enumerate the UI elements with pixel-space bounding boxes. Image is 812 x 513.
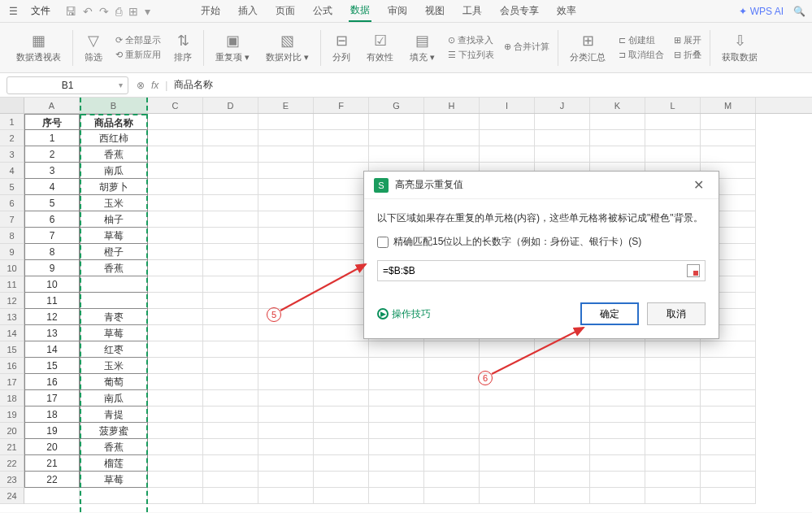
- cell[interactable]: [480, 114, 535, 130]
- consolidate-button[interactable]: ⊕合并计算: [504, 41, 549, 53]
- cell[interactable]: [148, 228, 203, 244]
- cell[interactable]: [314, 228, 369, 244]
- undo-icon[interactable]: ↶: [83, 5, 93, 18]
- cell[interactable]: [480, 341, 535, 358]
- cell[interactable]: [480, 358, 535, 374]
- cell[interactable]: [701, 358, 756, 374]
- cell[interactable]: [369, 439, 424, 455]
- row-header[interactable]: 14: [0, 325, 24, 341]
- cell[interactable]: [148, 341, 203, 358]
- cell[interactable]: [203, 163, 258, 179]
- cell[interactable]: [590, 488, 645, 504]
- cell[interactable]: [258, 472, 314, 488]
- cell[interactable]: [645, 439, 701, 455]
- cell[interactable]: 16: [24, 374, 80, 390]
- cell[interactable]: [203, 341, 258, 358]
- cell[interactable]: [535, 472, 590, 488]
- row-header[interactable]: 2: [0, 130, 24, 146]
- tab-start[interactable]: 开始: [199, 1, 222, 21]
- close-button[interactable]: ✕: [688, 176, 709, 194]
- row-header[interactable]: 23: [0, 472, 24, 488]
- chevron-down-icon[interactable]: ▾: [119, 80, 123, 89]
- tab-view[interactable]: 视图: [423, 1, 446, 21]
- cell[interactable]: [314, 472, 369, 488]
- ok-button[interactable]: 确定: [580, 302, 639, 325]
- cell[interactable]: [258, 488, 314, 504]
- row-header[interactable]: 4: [0, 163, 24, 179]
- cell[interactable]: [480, 439, 535, 455]
- cell[interactable]: [590, 114, 645, 130]
- cell[interactable]: [314, 179, 369, 195]
- cell[interactable]: [535, 146, 590, 163]
- cell[interactable]: [258, 163, 314, 179]
- cell[interactable]: [480, 390, 535, 406]
- cell[interactable]: [148, 244, 203, 260]
- row-header[interactable]: 20: [0, 423, 24, 439]
- print-icon[interactable]: ⎙: [115, 5, 122, 18]
- cell[interactable]: [258, 390, 314, 406]
- cell[interactable]: [314, 130, 369, 146]
- cell[interactable]: [645, 472, 701, 488]
- cell[interactable]: [369, 488, 424, 504]
- cell[interactable]: 橙子: [80, 244, 148, 260]
- cell[interactable]: [424, 146, 480, 163]
- cell[interactable]: [701, 390, 756, 406]
- cell[interactable]: 15: [24, 358, 80, 374]
- cell[interactable]: [258, 374, 314, 390]
- tab-tools[interactable]: 工具: [461, 1, 484, 21]
- cell[interactable]: 6: [24, 211, 80, 228]
- row-header[interactable]: 13: [0, 309, 24, 325]
- cell[interactable]: [148, 390, 203, 406]
- cell[interactable]: 22: [24, 472, 80, 488]
- cell[interactable]: [203, 455, 258, 472]
- pivot-table-button[interactable]: ▦数据透视表: [8, 23, 69, 72]
- tab-data[interactable]: 数据: [349, 0, 371, 22]
- cell[interactable]: [203, 228, 258, 244]
- row-header[interactable]: 22: [0, 455, 24, 472]
- cell[interactable]: [590, 358, 645, 374]
- cell[interactable]: [480, 146, 535, 163]
- cell[interactable]: [645, 358, 701, 374]
- cell[interactable]: 3: [24, 163, 80, 179]
- cell[interactable]: [203, 293, 258, 309]
- cell[interactable]: [258, 358, 314, 374]
- cell[interactable]: [203, 406, 258, 423]
- cell[interactable]: 香蕉: [80, 146, 148, 163]
- cell[interactable]: [314, 309, 369, 325]
- cell[interactable]: [203, 179, 258, 195]
- col-header-F[interactable]: F: [314, 98, 369, 113]
- cell[interactable]: [645, 406, 701, 423]
- cell[interactable]: [701, 488, 756, 504]
- row-header[interactable]: 8: [0, 228, 24, 244]
- cell[interactable]: 21: [24, 455, 80, 472]
- cell[interactable]: [590, 439, 645, 455]
- cell[interactable]: [535, 488, 590, 504]
- cell[interactable]: 草莓: [80, 325, 148, 341]
- col-header-D[interactable]: D: [203, 98, 258, 113]
- cell[interactable]: [424, 114, 480, 130]
- cell[interactable]: [258, 439, 314, 455]
- cell[interactable]: [369, 455, 424, 472]
- cell[interactable]: [701, 455, 756, 472]
- cell[interactable]: [590, 341, 645, 358]
- find-entry-button[interactable]: ⊙查找录入: [448, 34, 494, 46]
- cell[interactable]: [590, 406, 645, 423]
- exact-match-checkbox[interactable]: 精确匹配15位以上的长数字（例如：身份证、银行卡）(S): [377, 235, 706, 249]
- col-header-K[interactable]: K: [590, 98, 645, 113]
- cell[interactable]: [314, 293, 369, 309]
- filter-button[interactable]: ▽筛选: [76, 23, 111, 72]
- cell[interactable]: [701, 472, 756, 488]
- redo-icon[interactable]: ↷: [99, 5, 109, 18]
- cancel-button[interactable]: 取消: [647, 302, 706, 325]
- cell[interactable]: [258, 406, 314, 423]
- cell[interactable]: [203, 390, 258, 406]
- cell[interactable]: 5: [24, 195, 80, 211]
- row-header[interactable]: 12: [0, 293, 24, 309]
- name-box[interactable]: B1 ▾: [7, 76, 128, 94]
- cell[interactable]: [701, 423, 756, 439]
- cell[interactable]: 13: [24, 325, 80, 341]
- cell[interactable]: [258, 179, 314, 195]
- cell[interactable]: [424, 455, 480, 472]
- cell[interactable]: [701, 341, 756, 358]
- checkbox-input[interactable]: [377, 237, 389, 248]
